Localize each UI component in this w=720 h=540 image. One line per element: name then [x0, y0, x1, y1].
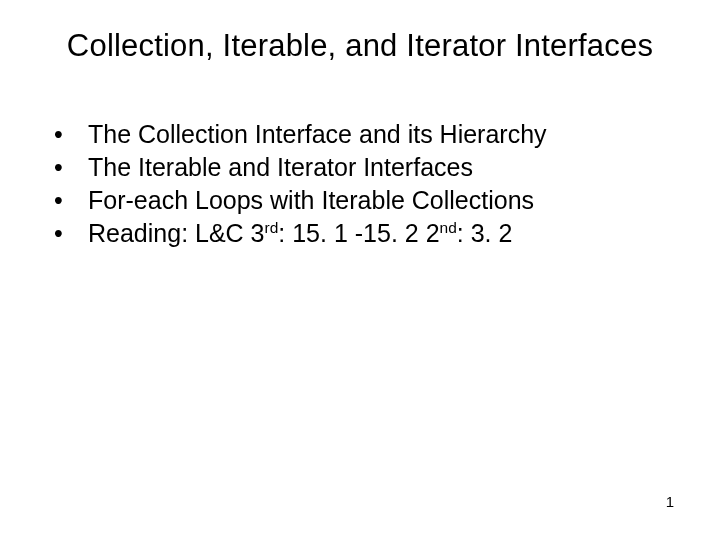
bullet-list: • The Collection Interface and its Hiera…	[54, 118, 666, 250]
bullet-text: The Collection Interface and its Hierarc…	[88, 118, 666, 151]
list-item: • The Collection Interface and its Hiera…	[54, 118, 666, 151]
list-item: • The Iterable and Iterator Interfaces	[54, 151, 666, 184]
bullet-icon: •	[54, 184, 88, 217]
slide: Collection, Iterable, and Iterator Inter…	[0, 0, 720, 540]
bullet-text: Reading: L&C 3rd: 15. 1 -15. 2 2nd: 3. 2	[88, 217, 666, 250]
bullet-icon: •	[54, 118, 88, 151]
bullet-text: The Iterable and Iterator Interfaces	[88, 151, 666, 184]
page-number: 1	[666, 493, 674, 510]
bullet-text: For-each Loops with Iterable Collections	[88, 184, 666, 217]
bullet-icon: •	[54, 217, 88, 250]
slide-title: Collection, Iterable, and Iterator Inter…	[0, 28, 720, 64]
list-item: • Reading: L&C 3rd: 15. 1 -15. 2 2nd: 3.…	[54, 217, 666, 250]
bullet-icon: •	[54, 151, 88, 184]
slide-body: • The Collection Interface and its Hiera…	[54, 118, 666, 250]
list-item: • For-each Loops with Iterable Collectio…	[54, 184, 666, 217]
